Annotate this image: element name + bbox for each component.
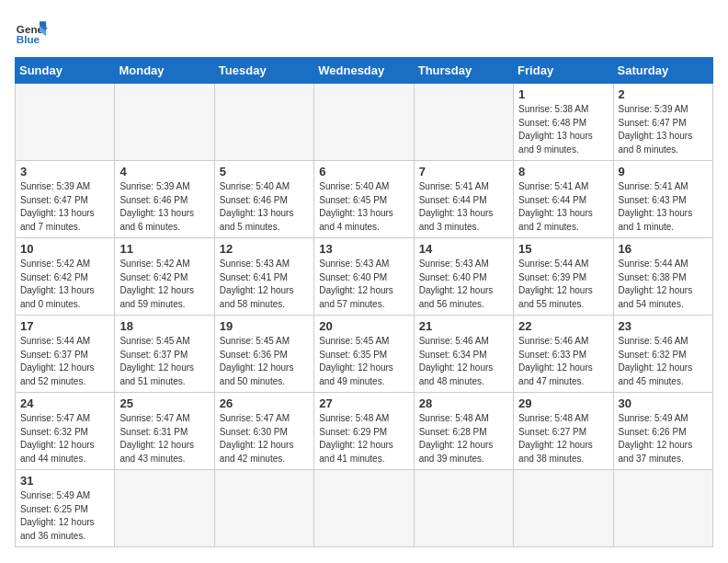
day-number: 7 (419, 165, 508, 178)
day-number: 11 (119, 242, 209, 256)
day-number: 19 (220, 319, 309, 333)
day-info: Sunrise: 5:43 AM Sunset: 6:40 PM Dayligh… (419, 258, 508, 311)
weekday-header-wednesday: Wednesday (314, 58, 414, 84)
day-info: Sunrise: 5:47 AM Sunset: 6:30 PM Dayligh… (220, 412, 309, 465)
weekday-header-tuesday: Tuesday (214, 58, 313, 84)
calendar-cell (214, 470, 313, 547)
day-info: Sunrise: 5:46 AM Sunset: 6:34 PM Dayligh… (419, 335, 508, 388)
calendar-cell: 6Sunrise: 5:40 AM Sunset: 6:45 PM Daylig… (314, 161, 414, 238)
calendar-cell (314, 470, 414, 547)
day-number: 23 (619, 319, 708, 333)
calendar-cell (613, 470, 712, 547)
day-number: 20 (319, 319, 408, 333)
weekday-header-sunday: Sunday (16, 58, 115, 84)
day-number: 3 (20, 165, 109, 178)
day-info: Sunrise: 5:48 AM Sunset: 6:28 PM Dayligh… (419, 412, 508, 465)
day-number: 15 (518, 242, 608, 256)
day-number: 5 (220, 165, 309, 178)
day-number: 27 (319, 396, 408, 410)
calendar-cell (214, 84, 313, 161)
day-number: 16 (619, 242, 708, 256)
calendar-cell: 14Sunrise: 5:43 AM Sunset: 6:40 PM Dayli… (414, 238, 513, 316)
calendar-cell (414, 470, 513, 547)
calendar-cell: 22Sunrise: 5:46 AM Sunset: 6:33 PM Dayli… (514, 316, 613, 393)
calendar-cell: 17Sunrise: 5:44 AM Sunset: 6:37 PM Dayli… (16, 316, 115, 393)
calendar-cell: 29Sunrise: 5:48 AM Sunset: 6:27 PM Dayli… (514, 393, 613, 470)
day-info: Sunrise: 5:41 AM Sunset: 6:44 PM Dayligh… (419, 180, 508, 234)
day-info: Sunrise: 5:49 AM Sunset: 6:25 PM Dayligh… (20, 489, 109, 543)
day-number: 10 (20, 242, 109, 256)
day-info: Sunrise: 5:45 AM Sunset: 6:35 PM Dayligh… (319, 335, 408, 388)
day-number: 14 (419, 242, 508, 256)
calendar-cell (16, 84, 115, 161)
day-info: Sunrise: 5:43 AM Sunset: 6:40 PM Dayligh… (319, 258, 408, 311)
day-number: 1 (518, 87, 608, 101)
day-number: 24 (20, 396, 109, 410)
day-info: Sunrise: 5:48 AM Sunset: 6:27 PM Dayligh… (518, 412, 608, 465)
calendar-cell: 25Sunrise: 5:47 AM Sunset: 6:31 PM Dayli… (115, 393, 214, 470)
calendar-cell: 15Sunrise: 5:44 AM Sunset: 6:39 PM Dayli… (514, 238, 613, 316)
day-number: 25 (119, 396, 209, 410)
weekday-header-thursday: Thursday (414, 58, 513, 84)
day-info: Sunrise: 5:48 AM Sunset: 6:29 PM Dayligh… (319, 412, 408, 465)
day-info: Sunrise: 5:46 AM Sunset: 6:32 PM Dayligh… (619, 335, 708, 388)
calendar-cell: 9Sunrise: 5:41 AM Sunset: 6:43 PM Daylig… (613, 161, 712, 238)
day-number: 29 (518, 396, 608, 410)
day-number: 21 (419, 319, 508, 333)
day-info: Sunrise: 5:39 AM Sunset: 6:47 PM Dayligh… (20, 180, 109, 234)
calendar-cell: 23Sunrise: 5:46 AM Sunset: 6:32 PM Dayli… (613, 316, 712, 393)
day-info: Sunrise: 5:41 AM Sunset: 6:44 PM Dayligh… (518, 180, 608, 234)
day-info: Sunrise: 5:43 AM Sunset: 6:41 PM Dayligh… (220, 258, 309, 311)
day-number: 12 (220, 242, 309, 256)
day-info: Sunrise: 5:44 AM Sunset: 6:38 PM Dayligh… (619, 258, 708, 311)
day-info: Sunrise: 5:47 AM Sunset: 6:32 PM Dayligh… (20, 412, 109, 465)
calendar-cell (314, 84, 414, 161)
calendar-cell: 27Sunrise: 5:48 AM Sunset: 6:29 PM Dayli… (314, 393, 414, 470)
calendar-cell: 1Sunrise: 5:38 AM Sunset: 6:48 PM Daylig… (514, 84, 613, 161)
weekday-header-monday: Monday (115, 58, 214, 84)
day-info: Sunrise: 5:40 AM Sunset: 6:45 PM Dayligh… (319, 180, 408, 234)
day-number: 18 (119, 319, 209, 333)
day-info: Sunrise: 5:38 AM Sunset: 6:48 PM Dayligh… (518, 103, 608, 156)
day-info: Sunrise: 5:44 AM Sunset: 6:39 PM Dayligh… (518, 258, 608, 311)
calendar-table: SundayMondayTuesdayWednesdayThursdayFrid… (15, 57, 713, 547)
calendar-cell: 4Sunrise: 5:39 AM Sunset: 6:46 PM Daylig… (115, 161, 214, 238)
day-number: 2 (619, 87, 708, 101)
day-info: Sunrise: 5:49 AM Sunset: 6:26 PM Dayligh… (619, 412, 708, 465)
calendar-cell: 28Sunrise: 5:48 AM Sunset: 6:28 PM Dayli… (414, 393, 513, 470)
calendar-cell (115, 84, 214, 161)
calendar-cell: 8Sunrise: 5:41 AM Sunset: 6:44 PM Daylig… (514, 161, 613, 238)
calendar-cell: 31Sunrise: 5:49 AM Sunset: 6:25 PM Dayli… (16, 470, 115, 547)
logo: General Blue (15, 15, 48, 48)
calendar-cell: 16Sunrise: 5:44 AM Sunset: 6:38 PM Dayli… (613, 238, 712, 316)
day-info: Sunrise: 5:42 AM Sunset: 6:42 PM Dayligh… (119, 258, 209, 311)
calendar-cell: 19Sunrise: 5:45 AM Sunset: 6:36 PM Dayli… (214, 316, 313, 393)
calendar-cell (514, 470, 613, 547)
calendar-cell: 7Sunrise: 5:41 AM Sunset: 6:44 PM Daylig… (414, 161, 513, 238)
day-info: Sunrise: 5:47 AM Sunset: 6:31 PM Dayligh… (119, 412, 209, 465)
calendar-cell: 26Sunrise: 5:47 AM Sunset: 6:30 PM Dayli… (214, 393, 313, 470)
calendar-cell: 21Sunrise: 5:46 AM Sunset: 6:34 PM Dayli… (414, 316, 513, 393)
svg-text:Blue: Blue (17, 33, 40, 45)
day-info: Sunrise: 5:45 AM Sunset: 6:36 PM Dayligh… (220, 335, 309, 388)
calendar-cell: 24Sunrise: 5:47 AM Sunset: 6:32 PM Dayli… (16, 393, 115, 470)
calendar-cell: 12Sunrise: 5:43 AM Sunset: 6:41 PM Dayli… (214, 238, 313, 316)
weekday-header-friday: Friday (514, 58, 613, 84)
calendar-cell: 20Sunrise: 5:45 AM Sunset: 6:35 PM Dayli… (314, 316, 414, 393)
day-number: 6 (319, 165, 408, 178)
day-number: 17 (20, 319, 109, 333)
day-info: Sunrise: 5:44 AM Sunset: 6:37 PM Dayligh… (20, 335, 109, 388)
calendar-cell: 18Sunrise: 5:45 AM Sunset: 6:37 PM Dayli… (115, 316, 214, 393)
day-number: 13 (319, 242, 408, 256)
page-header: General Blue (15, 15, 713, 48)
day-info: Sunrise: 5:45 AM Sunset: 6:37 PM Dayligh… (119, 335, 209, 388)
day-number: 31 (20, 474, 109, 488)
day-info: Sunrise: 5:41 AM Sunset: 6:43 PM Dayligh… (619, 180, 708, 234)
day-number: 4 (119, 165, 209, 178)
day-number: 26 (220, 396, 309, 410)
day-info: Sunrise: 5:46 AM Sunset: 6:33 PM Dayligh… (518, 335, 608, 388)
calendar-cell (115, 470, 214, 547)
day-number: 28 (419, 396, 508, 410)
day-number: 22 (518, 319, 608, 333)
day-number: 8 (518, 165, 608, 178)
